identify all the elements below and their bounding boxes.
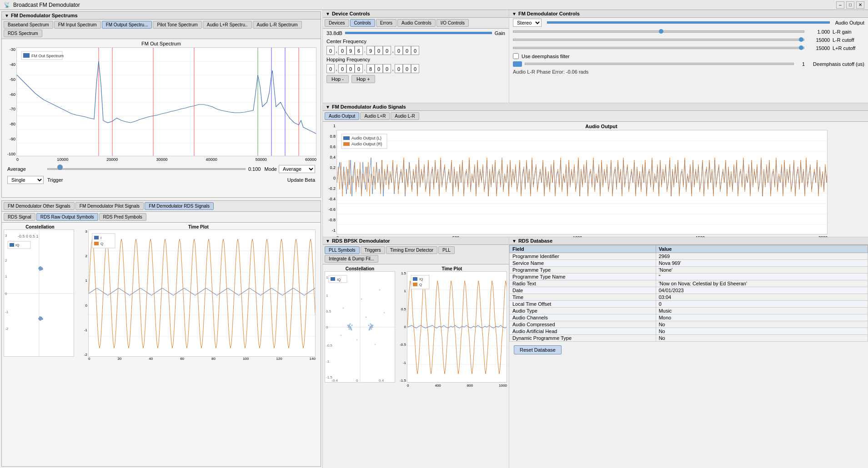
tab-rds-signals[interactable]: FM Demodulator RDS Signals: [145, 202, 214, 210]
tab-audio-lr-plus[interactable]: Audio L+R Spectru..: [203, 21, 252, 29]
svg-text:0: 0: [326, 325, 328, 329]
svg-rect-54: [92, 234, 115, 248]
tab-audio-lr[interactable]: Audio L-R Spectrum: [253, 21, 302, 29]
deemphasis-cutoff-slider[interactable]: [525, 61, 794, 67]
title-bar-controls[interactable]: – □ ✕: [836, 1, 864, 9]
gain-row: 33.8dB Gain: [323, 29, 509, 38]
tab-audio-controls[interactable]: Audio Controls: [397, 19, 436, 27]
tab-rds-signal[interactable]: RDS Signal: [4, 213, 35, 221]
tab-other-signals[interactable]: FM Demodulator Other Signals: [4, 202, 75, 210]
tab-rds[interactable]: RDS Spectrum: [4, 30, 42, 37]
rds-bpsk-tabs[interactable]: PLL Symbols Triggers Timing Error Detect…: [323, 245, 509, 264]
svg-point-88: [370, 324, 371, 325]
table-row: Audio TypeMusic: [510, 308, 868, 314]
svg-text:IQ: IQ: [15, 243, 19, 247]
tab-io-controls[interactable]: I/O Controls: [437, 19, 469, 27]
db-field: Local Time Offset: [510, 301, 656, 308]
svg-point-43: [38, 318, 40, 319]
stereo-select[interactable]: Stereo: [513, 19, 542, 27]
spectrum-title: FM Demodulator Spectrums: [11, 13, 78, 18]
svg-rect-17: [23, 53, 30, 58]
svg-text:FM Out Spectrum: FM Out Spectrum: [31, 54, 64, 58]
audio-output-slider[interactable]: [547, 20, 830, 26]
tab-pilot[interactable]: Pilot Tone Spectrum: [153, 21, 201, 29]
tab-integrate-dump[interactable]: Integrate & Dump Fil...: [325, 255, 378, 263]
lr-gain-row: 1.000 L-R gain: [509, 28, 868, 36]
svg-text:Audio Output (L): Audio Output (L): [351, 136, 381, 140]
tab-devices[interactable]: Devices: [325, 19, 349, 27]
audio-tabs[interactable]: Audio Output Audio L+R Audio L-R: [323, 111, 868, 122]
spectrum-tab-bar[interactable]: Baseband Spectrum FM Input Spectrum FM O…: [2, 20, 321, 39]
trigger-select[interactable]: Single: [7, 176, 44, 184]
deemphasis-checkbox[interactable]: [513, 53, 519, 59]
deemphasis-label: Use deemphasis filter: [522, 54, 570, 59]
tab-fm-output[interactable]: FM Output Spectru...: [102, 21, 152, 29]
tab-fm-input[interactable]: FM Input Spectrum: [54, 21, 101, 29]
rds-inner-tabs[interactable]: RDS Signal RDS Raw Output Symbols RDS Pr…: [2, 212, 321, 223]
average-slider[interactable]: [47, 166, 246, 172]
tab-audio-output[interactable]: Audio Output: [325, 112, 359, 120]
other-signals-tabs[interactable]: FM Demodulator Other Signals FM Demodula…: [2, 201, 321, 212]
svg-text:0: 0: [5, 292, 7, 296]
svg-text:-0.5  0  0.5  1: -0.5 0 0.5 1: [18, 234, 39, 239]
rds-bpsk-collapse[interactable]: ▼: [326, 239, 330, 244]
svg-text:IQ: IQ: [419, 277, 423, 281]
deemphasis-slider-thumb[interactable]: [513, 61, 522, 67]
x-axis: 0100002000030000400005000060000: [16, 156, 316, 162]
tab-baseband[interactable]: Baseband Spectrum: [4, 21, 53, 29]
hopping-freq-input[interactable]: 0 , 0 0 0 . 8 0 0 , 0 0 0: [326, 64, 419, 73]
db-value: Music: [656, 308, 868, 314]
svg-text:1: 1: [5, 274, 7, 279]
db-field: Date: [510, 287, 656, 294]
gain-slider[interactable]: [345, 30, 492, 36]
center-freq-row: Center Frequency: [323, 38, 509, 45]
table-row: Date04/01/2023: [510, 287, 868, 294]
db-field: Programme Identifier: [510, 253, 656, 260]
device-controls-tabs[interactable]: Devices Controls Errors Audio Controls I…: [323, 18, 509, 29]
tab-errors[interactable]: Errors: [376, 19, 396, 27]
db-value: 'Now on Nova: Celestial by Ed Sheeran': [656, 280, 868, 287]
lrplus-cutoff-label: L+R cutoff: [833, 45, 864, 51]
tab-pll-symbols[interactable]: PLL Symbols: [325, 246, 360, 254]
svg-point-111: [384, 312, 385, 314]
spectrum-svg-area: FM Out Spectrum 010000200003000040000500…: [16, 47, 316, 162]
tab-timing-error[interactable]: Timing Error Detector: [386, 246, 437, 254]
lr-cutoff-slider[interactable]: [513, 37, 804, 43]
device-controls-collapse[interactable]: ▼: [326, 11, 330, 16]
trigger-row: Single Trigger Update Beta: [4, 174, 319, 185]
tab-triggers[interactable]: Triggers: [361, 246, 385, 254]
phase-error-text: Audio L-R Phase Error: -0.06 rads: [509, 68, 868, 75]
fm-demod-collapse[interactable]: ▼: [512, 11, 517, 16]
tab-audio-lr[interactable]: Audio L-R: [391, 112, 419, 120]
mode-select[interactable]: Average: [279, 165, 315, 173]
minimize-button[interactable]: –: [836, 1, 844, 9]
tab-pll[interactable]: PLL: [438, 246, 455, 254]
tab-pilot-signals[interactable]: FM Demodulator Pilot Signals: [75, 202, 144, 210]
tab-rds-raw[interactable]: RDS Raw Output Symbols: [36, 213, 98, 221]
rds-database-panel: ▼ RDS Database Field Value Programme Ide…: [509, 237, 868, 468]
lrplus-cutoff-slider[interactable]: [513, 45, 804, 51]
hop-forward-button[interactable]: Hop +: [351, 75, 375, 83]
reset-database-button[interactable]: Reset Database: [514, 345, 562, 354]
db-value: ": [656, 274, 868, 280]
spectrum-collapse[interactable]: ▼: [5, 13, 9, 18]
tab-rds-pred[interactable]: RDS Pred Symbols: [99, 213, 146, 221]
gain-label: Gain: [495, 30, 505, 36]
rds-time-svg: IQ Q: [407, 271, 507, 383]
rds-db-collapse[interactable]: ▼: [512, 239, 517, 244]
rds-bpsk-title: RDS BPSK Demodulator: [332, 238, 390, 244]
center-freq-input[interactable]: 0 , 0 9 6 . 9 0 0 , 0 0 0: [326, 46, 419, 55]
db-value: 2969: [656, 253, 868, 260]
hop-back-button[interactable]: Hop -: [326, 75, 349, 83]
lr-gain-slider[interactable]: [513, 29, 804, 35]
close-button[interactable]: ✕: [856, 1, 864, 9]
svg-rect-113: [331, 277, 335, 281]
lrplus-cutoff-row: 15000 L+R cutoff: [509, 44, 868, 52]
tab-controls[interactable]: Controls: [350, 19, 375, 27]
maximize-button[interactable]: □: [846, 1, 854, 9]
audio-collapse[interactable]: ▼: [326, 105, 330, 110]
hop-buttons-row[interactable]: Hop - Hop +: [323, 74, 509, 84]
table-row: Programme Identifier2969: [510, 253, 868, 260]
audio-plot-outer: 10.80.60.40.20-0.2-0.4-0.6-0.8-1 Audio O…: [323, 122, 868, 247]
tab-audio-lr-plus[interactable]: Audio L+R: [360, 112, 390, 120]
